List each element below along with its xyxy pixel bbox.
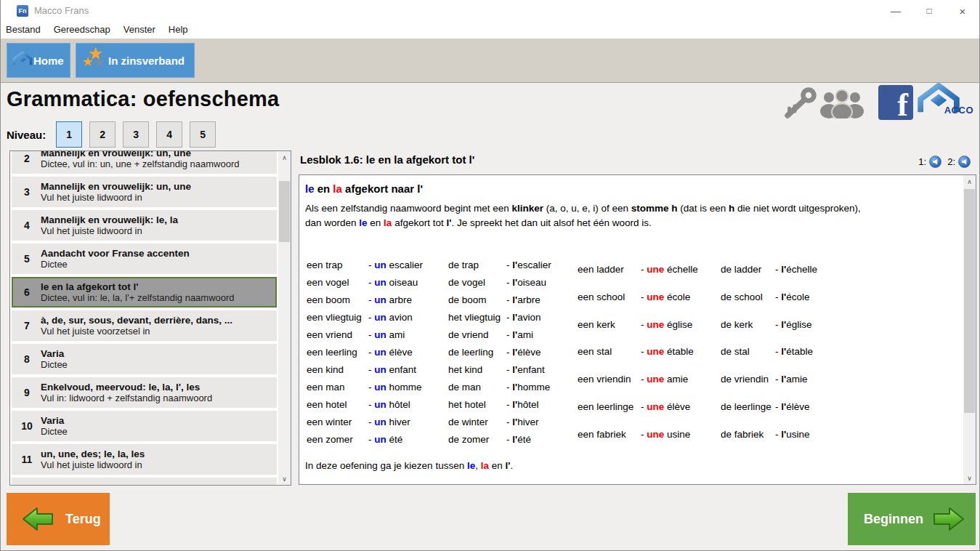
scroll-up-icon[interactable]: ∧ bbox=[278, 151, 291, 164]
text-segment: (dat is een bbox=[678, 203, 729, 214]
vocab-fr-definite: - l'escalier bbox=[506, 256, 578, 273]
app-window: Fn Macco Frans — □ × BestandGereedschapV… bbox=[0, 0, 980, 551]
scrollbar-thumb[interactable] bbox=[964, 189, 975, 413]
vocab-nl-indefinite: een zomer bbox=[307, 430, 368, 448]
lesson-item-7[interactable]: 7à, de, sur, sous, devant, derrière, dan… bbox=[12, 310, 277, 341]
lesson-list-scrollbar[interactable]: ∧ ∨ bbox=[278, 151, 291, 485]
level-button-5[interactable]: 5 bbox=[190, 121, 216, 148]
vocab-fr-definite: - l'étable bbox=[775, 338, 848, 366]
speaker-icon-1[interactable] bbox=[929, 156, 941, 168]
menu-item-help[interactable]: Help bbox=[169, 22, 195, 39]
vocab-nl-indefinite: een vogel bbox=[307, 273, 368, 291]
lesson-subtitle: Dictee bbox=[41, 426, 275, 437]
macco-logo[interactable]: ACCO bbox=[915, 82, 973, 123]
lesson-number: 9 bbox=[13, 387, 41, 398]
text-segment: en bbox=[489, 460, 506, 471]
lesson-text: VariaDictee bbox=[41, 415, 275, 437]
content-scrollbar[interactable]: ∧ ∨ bbox=[963, 175, 976, 484]
lesson-item-5[interactable]: 5Aandacht voor Franse accentenDictee bbox=[12, 244, 277, 274]
home-button[interactable]: Home bbox=[7, 43, 70, 78]
lesson-title: Aandacht voor Franse accenten bbox=[41, 248, 275, 259]
vocab-table-feminine: een ladder- une échellede ladder- l'éche… bbox=[578, 256, 848, 448]
vocab-nl-definite: de school bbox=[721, 283, 775, 311]
article: un bbox=[374, 417, 386, 427]
vocab-fr-definite: - l'avion bbox=[506, 308, 578, 326]
lesson-item-3[interactable]: 3Mannelijk en vrouwelijk: un, uneVul het… bbox=[12, 177, 277, 207]
menu-bar: BestandGereedschapVensterHelp bbox=[1, 22, 979, 39]
facebook-icon[interactable]: f bbox=[878, 85, 913, 120]
app-icon: Fn bbox=[17, 5, 28, 17]
niveau-row: Niveau: 12345 bbox=[7, 121, 216, 148]
menu-item-gereedschap[interactable]: Gereedschap bbox=[54, 22, 117, 39]
minimize-button[interactable]: — bbox=[879, 0, 912, 22]
macco-logo-text: ACCO bbox=[944, 105, 973, 116]
vocab-nl-indefinite: een winter bbox=[307, 413, 368, 430]
scrollbar-thumb[interactable] bbox=[279, 181, 290, 242]
beginnen-button[interactable]: Beginnen bbox=[848, 493, 976, 545]
terug-button[interactable]: Terug bbox=[7, 493, 110, 545]
vocab-fr-indefinite: - une élève bbox=[641, 393, 721, 421]
vocab-fr-definite: - l'oiseau bbox=[506, 273, 578, 291]
text-segment: . Je spreekt het dan uit alsof het één w… bbox=[451, 217, 651, 228]
vocab-fr-indefinite: - un ami bbox=[368, 326, 448, 343]
lesson-item-2[interactable]: 2Mannelijk en vrouwelijk: un, uneDictee,… bbox=[12, 151, 277, 174]
close-button[interactable]: × bbox=[946, 0, 979, 22]
vocab-row: een fabriek- une usinede fabriek- l'usin… bbox=[578, 420, 848, 448]
level-button-4[interactable]: 4 bbox=[156, 121, 182, 148]
lesson-item-4[interactable]: 4Mannelijk en vrouwelijk: le, laVul het … bbox=[12, 210, 277, 241]
vocab-fr-definite: - l'élève bbox=[775, 393, 848, 421]
scroll-up-icon[interactable]: ∧ bbox=[963, 175, 976, 188]
lesson-item-6[interactable]: 6le en la afgekort tot l'Dictee, vul in:… bbox=[12, 277, 277, 307]
level-button-2[interactable]: 2 bbox=[89, 121, 116, 148]
vocab-row: een kerk- une églisede kerk- l'église bbox=[578, 310, 848, 338]
intro-line-2: dan worden le en la afgekort tot l'. Je … bbox=[305, 216, 963, 230]
scroll-down-icon[interactable]: ∨ bbox=[278, 472, 291, 485]
text-segment: la bbox=[333, 182, 342, 195]
speaker-icon-2[interactable] bbox=[958, 156, 971, 168]
text-segment: , bbox=[475, 460, 481, 471]
vocab-fr-indefinite: - un homme bbox=[368, 378, 448, 395]
lesson-item-8[interactable]: 8VariaDictee bbox=[12, 344, 277, 374]
vocab-fr-definite: - l'arbre bbox=[506, 291, 578, 308]
maximize-button[interactable]: □ bbox=[912, 0, 946, 22]
users-icon[interactable] bbox=[819, 89, 864, 118]
vocab-fr-definite: - l'usine bbox=[775, 420, 848, 448]
niveau-label: Niveau: bbox=[7, 129, 46, 141]
menu-item-venster[interactable]: Venster bbox=[123, 22, 162, 39]
article: une bbox=[647, 374, 664, 385]
l-apostrophe: l' bbox=[781, 429, 786, 440]
l-apostrophe: l' bbox=[512, 347, 517, 358]
toolbar: Home ★ ★ ★ In zinsverband bbox=[1, 39, 979, 83]
lesson-title: un, une, des; le, la, les bbox=[41, 449, 275, 459]
level-button-3[interactable]: 3 bbox=[123, 121, 149, 148]
lesson-item-next[interactable]: In zinnen met il y a bbox=[12, 478, 277, 485]
in-zinsverband-button[interactable]: ★ ★ ★ In zinsverband bbox=[76, 43, 195, 78]
lesson-item-11[interactable]: 11un, une, des; le, la, lesVul het juist… bbox=[12, 444, 277, 475]
level-button-1[interactable]: 1 bbox=[56, 121, 82, 148]
article: une bbox=[647, 319, 664, 330]
article: une bbox=[647, 401, 664, 412]
lesson-item-9[interactable]: 9Enkelvoud, meervoud: le, la, l', lesVul… bbox=[12, 377, 277, 408]
menu-item-bestand[interactable]: Bestand bbox=[6, 22, 47, 39]
vocab-fr-indefinite: - une échelle bbox=[641, 256, 721, 283]
text-segment: . bbox=[510, 460, 513, 471]
content-intro: Als een zelfstandig naamwoord begint met… bbox=[305, 201, 963, 230]
vocab-row: een vliegtuig- un avionhet vliegtuig- l'… bbox=[307, 308, 578, 326]
key-icon[interactable] bbox=[780, 87, 818, 118]
vocab-fr-definite: - l'ami bbox=[506, 326, 578, 343]
article: une bbox=[647, 291, 664, 302]
scroll-down-icon[interactable]: ∨ bbox=[963, 472, 976, 484]
star-gray: ★ bbox=[94, 57, 104, 68]
vocab-fr-indefinite: - un élève bbox=[368, 343, 448, 361]
vocab-row: een boom- un arbrede boom- l'arbre bbox=[307, 291, 578, 308]
arrow-left-icon bbox=[21, 505, 54, 533]
lesson-content-panel: le en la afgekort naar l' Als een zelfst… bbox=[299, 174, 976, 485]
l-apostrophe: l' bbox=[781, 346, 786, 357]
lesson-number: 2 bbox=[13, 153, 41, 164]
vocab-fr-indefinite: - une étable bbox=[641, 338, 721, 366]
lesson-item-10[interactable]: 10VariaDictee bbox=[12, 411, 277, 441]
vocab-fr-definite: - l'été bbox=[506, 430, 578, 448]
l-apostrophe: l' bbox=[512, 329, 517, 340]
vocab-nl-definite: de stal bbox=[721, 338, 775, 366]
l-apostrophe: l' bbox=[512, 364, 517, 375]
